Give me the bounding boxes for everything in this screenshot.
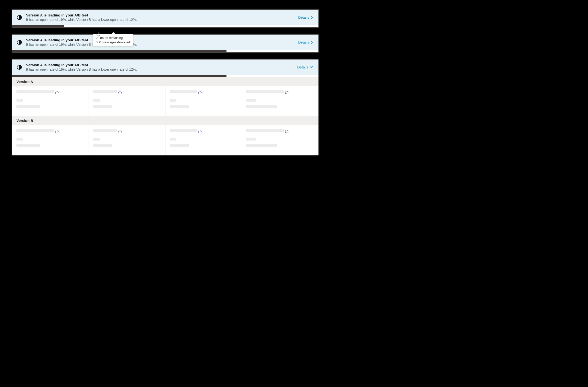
skeleton-line bbox=[93, 105, 112, 108]
stat-cell: i bbox=[166, 125, 242, 155]
svg-text:i: i bbox=[120, 131, 120, 133]
skeleton-line bbox=[17, 99, 23, 102]
stat-cell: i bbox=[242, 125, 318, 155]
skeleton-line bbox=[246, 90, 284, 93]
details-label: Details bbox=[298, 15, 309, 19]
skeleton-line bbox=[246, 138, 256, 141]
skeleton-line bbox=[93, 90, 117, 93]
svg-text:i: i bbox=[200, 131, 200, 133]
half-circle-icon bbox=[17, 15, 22, 20]
progress-fill bbox=[12, 25, 64, 27]
skeleton-line bbox=[17, 105, 40, 108]
chevron-right-icon bbox=[311, 41, 313, 44]
skeleton-line bbox=[246, 105, 277, 108]
svg-text:i: i bbox=[57, 131, 57, 133]
skeleton-line bbox=[246, 99, 256, 102]
ab-test-banner-card: Version A is leading in your A/B test It… bbox=[12, 10, 318, 27]
skeleton-line bbox=[93, 129, 117, 132]
skeleton-line bbox=[246, 129, 284, 132]
banner-title: Version A is leading in your A/B test bbox=[26, 13, 294, 17]
info-icon[interactable]: i bbox=[118, 91, 122, 94]
svg-text:i: i bbox=[120, 92, 120, 94]
skeleton-line bbox=[17, 138, 23, 141]
progress-bar[interactable] bbox=[12, 50, 318, 52]
skeleton-line bbox=[17, 129, 54, 132]
stat-cell: i bbox=[89, 86, 166, 116]
half-circle-icon bbox=[17, 64, 22, 70]
svg-text:i: i bbox=[200, 92, 200, 94]
banner-title: Version A is leading in your A/B test bbox=[26, 38, 294, 42]
info-icon[interactable]: i bbox=[198, 130, 202, 133]
skeleton-line bbox=[17, 90, 54, 93]
stat-cell: i bbox=[89, 125, 166, 155]
stat-cell: i bbox=[166, 86, 242, 116]
progress-fill bbox=[12, 75, 227, 77]
banner-subtitle: It has an open rate of 19%, while Versio… bbox=[26, 42, 294, 46]
svg-text:i: i bbox=[287, 131, 287, 133]
info-icon[interactable]: i bbox=[285, 130, 288, 133]
details-label: Details bbox=[297, 65, 308, 69]
skeleton-line bbox=[170, 129, 197, 132]
progress-fill bbox=[12, 50, 227, 52]
expanded-details: Version A i i i i Version bbox=[12, 77, 318, 155]
skeleton-line bbox=[170, 138, 177, 141]
skeleton-line bbox=[93, 138, 100, 141]
ab-test-banner-card: Version A is leading in your A/B test It… bbox=[12, 35, 318, 52]
tooltip-line-remaining: 20 hours remaining bbox=[96, 36, 130, 40]
stat-cell: i bbox=[12, 125, 89, 155]
skeleton-line bbox=[170, 90, 197, 93]
chevron-down-icon bbox=[310, 66, 313, 68]
info-icon[interactable]: i bbox=[55, 91, 59, 94]
tooltip-line-delivered: 300 messages delivered bbox=[96, 40, 130, 44]
stat-cell: i bbox=[242, 86, 318, 116]
info-icon[interactable]: i bbox=[285, 91, 288, 94]
section-header-version-a: Version A bbox=[12, 77, 318, 86]
stats-row: i i i i bbox=[12, 86, 318, 116]
skeleton-line bbox=[17, 144, 40, 147]
skeleton-line bbox=[93, 99, 100, 102]
svg-text:i: i bbox=[287, 92, 287, 94]
info-icon[interactable]: i bbox=[198, 91, 202, 94]
skeleton-line bbox=[170, 144, 189, 147]
details-button[interactable]: Details bbox=[298, 15, 313, 19]
pointer-cursor-icon bbox=[97, 32, 100, 37]
info-icon[interactable]: i bbox=[118, 130, 122, 133]
progress-bar[interactable] bbox=[12, 25, 318, 27]
skeleton-line bbox=[246, 144, 277, 147]
svg-text:i: i bbox=[57, 92, 57, 94]
banner-subtitle: It has an open rate of 19%, while Versio… bbox=[26, 18, 294, 21]
details-button[interactable]: Details bbox=[298, 40, 313, 44]
skeleton-line bbox=[170, 99, 177, 102]
progress-bar[interactable] bbox=[12, 75, 318, 77]
stat-cell: i bbox=[12, 86, 89, 116]
skeleton-line bbox=[93, 144, 112, 147]
info-icon[interactable]: i bbox=[55, 130, 59, 133]
banner-subtitle: It has an open rate of 19%, while Versio… bbox=[26, 67, 293, 71]
chevron-right-icon bbox=[311, 16, 313, 19]
details-button[interactable]: Details bbox=[297, 65, 313, 69]
half-circle-icon bbox=[17, 40, 22, 45]
section-header-version-b: Version B bbox=[12, 116, 318, 125]
details-label: Details bbox=[298, 40, 309, 44]
stats-row: i i i i bbox=[12, 125, 318, 155]
banner-title: Version A is leading in your A/B test bbox=[26, 63, 293, 67]
skeleton-line bbox=[170, 105, 189, 108]
ab-test-banner-card-expanded: Version A is leading in your A/B test It… bbox=[12, 60, 318, 155]
